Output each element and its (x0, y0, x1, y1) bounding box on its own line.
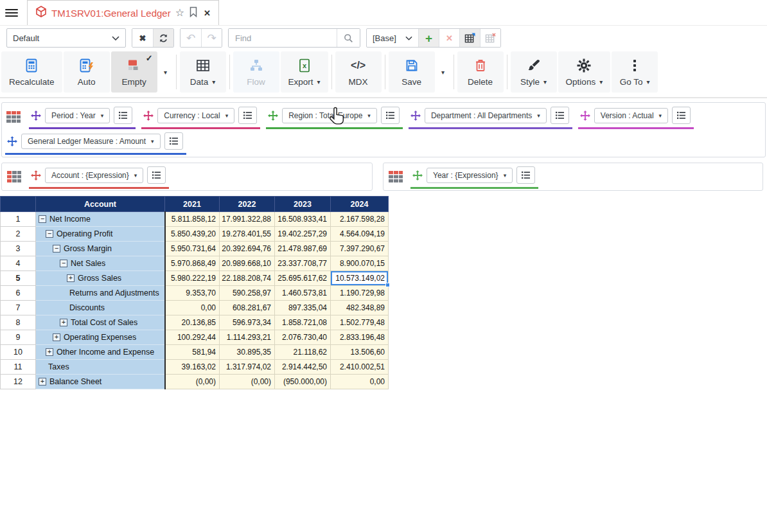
value-cell[interactable]: 1.460.573,81 (275, 286, 331, 301)
value-cell[interactable]: 5.850.439,20 (165, 227, 220, 242)
value-cell[interactable]: 4.564.094,19 (331, 227, 389, 242)
row-number[interactable]: 11 (1, 360, 36, 375)
account-column-header[interactable]: Account (36, 197, 165, 212)
value-cell[interactable]: 22.188.208,74 (220, 271, 275, 286)
options-button[interactable]: Options▾ (558, 51, 611, 93)
value-cell[interactable]: 39.163,02 (165, 360, 220, 375)
subset-list-button[interactable] (147, 166, 166, 184)
move-icon[interactable] (7, 136, 17, 146)
value-cell[interactable]: 482.348,89 (331, 301, 389, 315)
value-cell[interactable]: 25.695.617,62 (275, 271, 331, 286)
value-cell[interactable]: 2.833.196,48 (331, 330, 389, 345)
search-button[interactable] (337, 29, 360, 47)
value-cell[interactable]: 19.278.401,55 (220, 227, 275, 242)
export-button[interactable]: x Export▾ (281, 51, 328, 93)
value-cell[interactable]: 5.970.868,49 (165, 256, 220, 271)
move-icon[interactable] (143, 111, 154, 121)
redo-button[interactable]: ↷ (201, 29, 222, 47)
account-cell[interactable]: Taxes (36, 360, 165, 375)
dimension-selector[interactable]: Period : Year▾ (45, 108, 110, 123)
goto-button[interactable]: Go To▾ (612, 51, 658, 93)
data-button[interactable]: Data▾ (180, 51, 226, 93)
value-cell[interactable]: (0,00) (165, 375, 220, 389)
value-cell[interactable]: 897.335,04 (275, 301, 331, 315)
subset-selector[interactable]: [Base] (367, 29, 418, 47)
view-tab[interactable]: TM1SRV01:General Ledger ☆ ✕ (27, 0, 219, 25)
row-number[interactable]: 1 (1, 212, 36, 227)
expand-icon[interactable]: + (39, 378, 46, 386)
move-icon[interactable] (31, 170, 41, 181)
value-cell[interactable]: 16.508.933,41 (275, 212, 331, 227)
subset-list-button[interactable] (516, 166, 535, 184)
menu-icon[interactable] (0, 0, 23, 25)
collapse-icon[interactable]: − (46, 230, 53, 238)
account-cell[interactable]: −Operating Profit (36, 227, 165, 242)
favorite-star-icon[interactable]: ☆ (175, 8, 184, 18)
recalculate-button[interactable]: Recalculate (1, 51, 62, 93)
value-cell[interactable]: 608.281,67 (220, 301, 275, 315)
subset-list-button[interactable] (114, 107, 132, 124)
remove-sheet-button[interactable]: ✕ (439, 29, 459, 47)
value-cell[interactable]: 2.167.598,28 (331, 212, 389, 227)
account-cell[interactable]: −Net Income (36, 212, 165, 227)
view-selector[interactable]: Default (6, 28, 126, 48)
value-cell[interactable]: 19.402.257,29 (275, 227, 331, 242)
move-icon[interactable] (268, 111, 278, 121)
row-number[interactable]: 9 (1, 330, 36, 345)
value-cell[interactable]: (0,00) (220, 375, 275, 389)
subset-list-button[interactable] (164, 132, 183, 150)
value-cell[interactable]: 5.950.731,64 (165, 242, 220, 256)
collapse-icon[interactable]: − (53, 245, 60, 253)
value-cell[interactable]: 100.292,44 (165, 330, 220, 345)
value-cell[interactable]: 2.914.442,50 (275, 360, 331, 375)
account-cell[interactable]: −Gross Margin (36, 242, 165, 256)
dimension-selector[interactable]: Account : {Expression}▾ (45, 168, 143, 183)
empty-dropdown-caret[interactable]: ▾ (159, 51, 173, 93)
dimension-selector[interactable]: Version : Actual▾ (594, 108, 668, 123)
row-number[interactable]: 7 (1, 301, 36, 315)
value-cell[interactable]: 23.337.708,77 (275, 256, 331, 271)
find-input[interactable] (229, 29, 337, 47)
value-cell[interactable]: 7.397.290,67 (331, 242, 389, 256)
move-icon[interactable] (410, 111, 421, 121)
value-cell[interactable]: 20.989.668,10 (220, 256, 275, 271)
restore-grid-button[interactable] (459, 29, 480, 47)
save-button[interactable]: Save (389, 51, 435, 93)
value-cell[interactable]: 21.478.987,69 (275, 242, 331, 256)
style-button[interactable]: Style▾ (511, 51, 557, 93)
collapse-icon[interactable]: − (39, 215, 46, 223)
undo-button[interactable]: ↶ (181, 29, 201, 47)
row-number[interactable]: 4 (1, 256, 36, 271)
dimension-selector[interactable]: Currency : Local▾ (157, 108, 234, 123)
value-cell[interactable]: 20.136,85 (165, 315, 220, 330)
expand-icon[interactable]: + (60, 319, 67, 326)
mdx-button[interactable]: </> MDX (335, 51, 382, 93)
value-cell[interactable]: 2.076.730,40 (275, 330, 331, 345)
value-cell[interactable]: 581,94 (165, 345, 220, 360)
account-cell[interactable]: +Other Income and Expense (36, 345, 165, 360)
delete-button[interactable]: Delete (457, 51, 504, 93)
selected-value-cell[interactable]: 10.573.149,02 (331, 271, 389, 286)
value-cell[interactable]: 2.410.002,51 (331, 360, 389, 375)
value-cell[interactable]: 1.317.974,02 (220, 360, 275, 375)
value-cell[interactable]: 9.353,70 (165, 286, 220, 301)
value-cell[interactable]: 596.973,34 (220, 315, 275, 330)
account-cell[interactable]: Discounts (36, 301, 165, 315)
subset-list-button[interactable] (238, 107, 257, 124)
row-number[interactable]: 6 (1, 286, 36, 301)
fill-handle[interactable] (385, 283, 390, 287)
suppress-empty-button[interactable]: ✓ Empty (111, 51, 157, 93)
add-sheet-button[interactable]: + (418, 29, 439, 47)
year-column-header[interactable]: 2024 (331, 197, 389, 212)
account-cell[interactable]: +Total Cost of Sales (36, 315, 165, 330)
account-cell[interactable]: +Operating Expenses (36, 330, 165, 345)
expand-icon[interactable]: + (53, 333, 60, 341)
value-cell[interactable]: 1.114.293,21 (220, 330, 275, 345)
subset-list-button[interactable] (672, 107, 691, 124)
account-cell[interactable]: +Balance Sheet (36, 375, 165, 389)
row-number[interactable]: 3 (1, 242, 36, 256)
account-cell[interactable]: +Gross Sales (36, 271, 165, 286)
value-cell[interactable]: 0,00 (165, 301, 220, 315)
subset-list-button[interactable] (381, 107, 400, 124)
row-number[interactable]: 10 (1, 345, 36, 360)
